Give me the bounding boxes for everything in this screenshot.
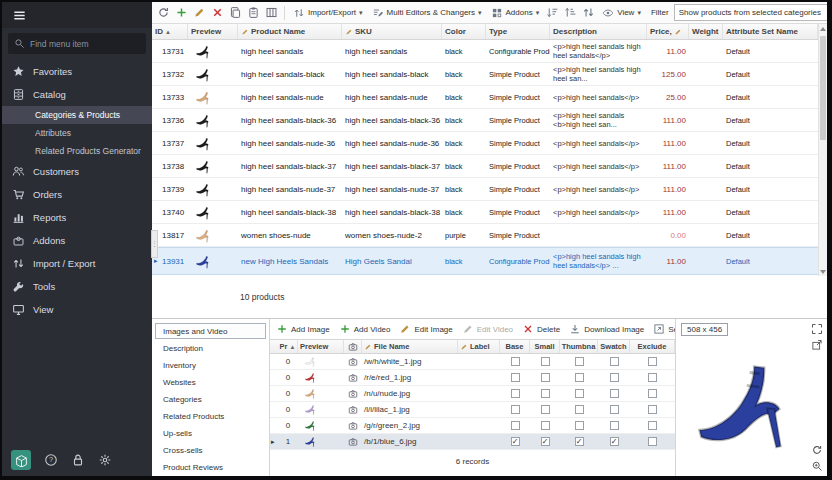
exclude-checkbox[interactable] <box>648 389 657 398</box>
sort-descending-icon[interactable] <box>564 6 577 19</box>
small-checkbox[interactable] <box>541 405 550 414</box>
column-header-position[interactable]: Pr▲ <box>278 340 298 353</box>
product-row[interactable]: 13732high heel sandals-blackhigh heel sa… <box>152 63 818 86</box>
product-row[interactable]: ▸13931new High Heels SandalsHigh Geels S… <box>152 247 818 275</box>
column-header-color[interactable]: Color <box>442 24 486 39</box>
column-header-small[interactable]: Small <box>530 340 560 353</box>
add-product-button[interactable] <box>174 5 189 20</box>
base-checkbox[interactable]: ✓ <box>511 437 520 446</box>
edit-product-button[interactable] <box>192 5 207 20</box>
sidebar-item-categories-products[interactable]: Categories & Products <box>2 106 152 124</box>
sidebar-item-catalog[interactable]: Catalog <box>2 83 152 106</box>
multi-editors-menu[interactable]: Multi Editors & Changers ▾ <box>369 4 485 22</box>
tab-categories[interactable]: Categories <box>155 391 266 407</box>
column-header-swatch[interactable]: Swatch <box>598 340 630 353</box>
product-row[interactable]: 13817women shoes-nudewomen shoes-nude-2p… <box>152 224 818 247</box>
exclude-checkbox[interactable] <box>648 437 657 446</box>
copy-button[interactable] <box>228 5 243 20</box>
scrollbar-thumb[interactable] <box>820 36 826 140</box>
product-row[interactable]: 13736high heel sandals-black-36high heel… <box>152 109 818 132</box>
tab-cross-sells[interactable]: Cross-sells <box>155 442 266 458</box>
tab-images-and-video[interactable]: Images and Video <box>155 323 266 339</box>
exclude-checkbox[interactable] <box>648 421 657 430</box>
scroll-up-arrow[interactable] <box>819 24 827 33</box>
add-image-button[interactable]: Add Image <box>276 323 330 335</box>
swatch-checkbox[interactable] <box>610 389 619 398</box>
column-header-label[interactable]: Label <box>458 340 500 353</box>
sidebar-item-related-products-generator[interactable]: Related Products Generator <box>2 142 152 160</box>
column-header-file-name[interactable]: File Name <box>362 340 458 353</box>
sidebar-item-reports[interactable]: Reports <box>2 206 152 229</box>
image-row[interactable]: 0/g/r/green_2.jpg <box>270 418 675 434</box>
lock-icon[interactable] <box>71 453 85 467</box>
tab-product-reviews[interactable]: Product Reviews <box>155 459 266 475</box>
tab-related-products[interactable]: Related Products <box>155 408 266 424</box>
image-row[interactable]: 0/l/i/lilac_1.jpg <box>270 402 675 418</box>
column-header-preview[interactable]: Preview <box>188 24 238 39</box>
column-header-thumbnail[interactable]: Thumbna <box>560 340 598 353</box>
tab-inventory[interactable]: Inventory <box>155 357 266 373</box>
small-checkbox[interactable] <box>541 389 550 398</box>
delete-button[interactable]: Delete <box>522 323 560 335</box>
base-checkbox[interactable] <box>511 373 520 382</box>
tab-description[interactable]: Description <box>155 340 266 356</box>
thumb-checkbox[interactable] <box>575 421 584 430</box>
column-header-camera[interactable] <box>344 340 362 353</box>
sidebar-item-tools[interactable]: Tools <box>2 275 152 298</box>
image-row[interactable]: ▸1/b/1/blue_6.jpg✓✓✓✓ <box>270 434 675 450</box>
small-checkbox[interactable] <box>541 357 550 366</box>
refresh-button[interactable] <box>156 5 171 20</box>
product-row[interactable]: 13739high heel sandals-nude-37high heel … <box>152 178 818 201</box>
sidebar-item-orders[interactable]: Orders <box>2 183 152 206</box>
exclude-checkbox[interactable] <box>648 405 657 414</box>
view-menu[interactable]: View ▾ <box>599 4 644 22</box>
image-row[interactable]: 0/r/e/red_1.jpg <box>270 370 675 386</box>
swatch-checkbox[interactable]: ✓ <box>610 437 619 446</box>
import-export-menu[interactable]: Import/Export ▾ <box>290 4 366 22</box>
set-resize-rule-button[interactable]: Set Resize Rule▾ <box>653 323 675 335</box>
addons-menu[interactable]: Addons ▾ <box>488 4 543 22</box>
open-external-icon[interactable] <box>811 339 823 351</box>
product-row[interactable]: 13733high heel sandals-nudehigh heel san… <box>152 86 818 109</box>
settings-icon[interactable] <box>98 453 112 467</box>
delete-product-button[interactable] <box>210 5 225 20</box>
column-header-exclude[interactable]: Exclude <box>630 340 675 353</box>
image-row[interactable]: 0/n/u/nude.jpg <box>270 386 675 402</box>
scroll-down-arrow[interactable] <box>819 267 827 276</box>
product-row[interactable]: 13737high heel sandals-nude-36high heel … <box>152 132 818 155</box>
column-header-image-preview[interactable]: Preview <box>298 340 344 353</box>
thumb-checkbox[interactable] <box>575 373 584 382</box>
sidebar-item-customers[interactable]: Customers <box>2 160 152 183</box>
base-checkbox[interactable] <box>511 389 520 398</box>
edit-image-button[interactable]: Edit Image <box>399 323 452 335</box>
help-icon[interactable]: ? <box>44 453 58 467</box>
rotate-image-icon[interactable] <box>811 444 823 456</box>
column-header-attribute-set[interactable]: Attribute Set Name <box>723 24 818 39</box>
thumb-checkbox[interactable]: ✓ <box>575 437 584 446</box>
download-image-button[interactable]: Download Image <box>569 323 644 335</box>
small-checkbox[interactable] <box>541 373 550 382</box>
base-checkbox[interactable] <box>511 357 520 366</box>
column-header-base[interactable]: Base <box>500 340 530 353</box>
menu-search-input[interactable] <box>30 39 140 49</box>
swatch-checkbox[interactable] <box>610 357 619 366</box>
image-row[interactable]: 0/w/h/white_1.jpg <box>270 354 675 370</box>
sidebar-item-favorites[interactable]: Favorites <box>2 60 152 83</box>
product-row[interactable]: 13740high heel sandals-black-38high heel… <box>152 201 818 224</box>
column-header-price[interactable]: Price, <box>647 24 689 39</box>
column-header-id[interactable]: ID▲ <box>152 24 188 39</box>
product-row[interactable]: 13738high heel sandals-black-37high heel… <box>152 155 818 178</box>
swatch-checkbox[interactable] <box>610 405 619 414</box>
sort-ascending-icon[interactable] <box>546 6 559 19</box>
fullscreen-icon[interactable] <box>811 323 823 335</box>
tab-up-sells[interactable]: Up-sells <box>155 425 266 441</box>
sidebar-item-addons[interactable]: Addons <box>2 229 152 252</box>
swatch-checkbox[interactable] <box>610 373 619 382</box>
thumb-checkbox[interactable] <box>575 405 584 414</box>
grid-scrollbar[interactable] <box>818 24 827 276</box>
column-header-type[interactable]: Type <box>486 24 550 39</box>
column-header-description[interactable]: Description <box>550 24 647 39</box>
small-checkbox[interactable] <box>541 421 550 430</box>
sidebar-item-view[interactable]: View <box>2 298 152 321</box>
column-header-product-name[interactable]: Product Name <box>238 24 342 39</box>
